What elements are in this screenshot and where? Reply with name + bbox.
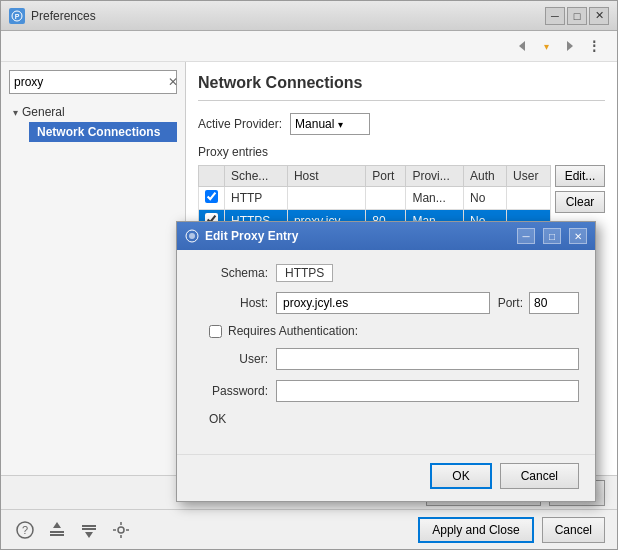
table-row[interactable]: HTTP Man... No xyxy=(199,187,551,210)
sidebar-general-label: General xyxy=(22,105,65,119)
port-input[interactable] xyxy=(529,292,579,314)
edit-proxy-dialog: Edit Proxy Entry ─ □ ✕ Schema: HTTPS Hos… xyxy=(176,221,596,502)
app-icon: P xyxy=(9,8,25,24)
proxy-entries-label: Proxy entries xyxy=(198,145,605,159)
main-window: P Preferences ─ □ ✕ ▾ ⋮ ✕ xyxy=(0,0,618,550)
schema-value: HTTPS xyxy=(276,264,333,282)
requires-auth-checkbox[interactable] xyxy=(209,325,222,338)
col-auth: Auth xyxy=(463,166,506,187)
window-title: Preferences xyxy=(31,9,539,23)
cancel-button[interactable]: Cancel xyxy=(542,517,605,543)
dropdown-button[interactable]: ▾ xyxy=(535,35,557,57)
table-header-row: Sche... Host Port Provi... Auth User xyxy=(199,166,551,187)
row1-user xyxy=(507,187,551,210)
forward-button[interactable] xyxy=(559,35,581,57)
col-provider: Provi... xyxy=(406,166,464,187)
tree-arrow-icon: ▾ xyxy=(13,107,18,118)
svg-point-13 xyxy=(118,527,124,533)
more-button[interactable]: ⋮ xyxy=(583,35,605,57)
svg-rect-8 xyxy=(50,534,64,536)
sidebar-item-general[interactable]: ▾ General xyxy=(9,102,177,122)
toolbar: ▾ ⋮ xyxy=(1,31,617,62)
dialog-buttons: OK Cancel xyxy=(177,454,595,501)
active-provider-value: Manual xyxy=(295,117,334,131)
host-row: Host: Port: xyxy=(193,292,579,314)
host-input[interactable] xyxy=(276,292,490,314)
requires-auth-row: Requires Authentication: xyxy=(209,324,579,338)
apply-close-button[interactable]: Apply and Close xyxy=(418,517,533,543)
dialog-title-bar: Edit Proxy Entry ─ □ ✕ xyxy=(177,222,595,250)
row1-provider: Man... xyxy=(406,187,464,210)
svg-marker-12 xyxy=(85,532,93,538)
title-bar: P Preferences ─ □ ✕ xyxy=(1,1,617,31)
port-group: Port: xyxy=(498,292,579,314)
user-input[interactable] xyxy=(276,348,579,370)
col-port: Port xyxy=(366,166,406,187)
preferences-icon-button[interactable] xyxy=(109,518,133,542)
search-input[interactable] xyxy=(10,73,168,91)
svg-marker-4 xyxy=(567,41,573,51)
import-button[interactable] xyxy=(45,518,69,542)
svg-rect-7 xyxy=(50,531,64,533)
close-button[interactable]: ✕ xyxy=(589,7,609,25)
row1-host xyxy=(287,187,365,210)
col-check xyxy=(199,166,225,187)
col-scheme: Sche... xyxy=(225,166,288,187)
dialog-title: Edit Proxy Entry xyxy=(205,229,509,243)
row1-check[interactable] xyxy=(199,187,225,210)
clear-button[interactable]: Clear xyxy=(555,191,605,213)
password-label: Password: xyxy=(193,384,268,398)
schema-row: Schema: HTTPS xyxy=(193,264,579,282)
table-buttons: Edit... Clear xyxy=(555,165,605,213)
tree-child-group: Network Connections xyxy=(9,122,177,142)
schema-label: Schema: xyxy=(193,266,268,280)
host-label: Host: xyxy=(193,296,268,310)
panel-title: Network Connections xyxy=(198,74,605,101)
password-row: Password: xyxy=(193,380,579,402)
svg-marker-9 xyxy=(53,522,61,528)
bottom-left-icons: ? xyxy=(13,518,133,542)
dialog-content: Schema: HTTPS Host: Port: Requires Authe… xyxy=(177,250,595,454)
active-provider-select[interactable]: Manual ▾ xyxy=(290,113,370,135)
back-button[interactable] xyxy=(511,35,533,57)
user-row: User: xyxy=(193,348,579,370)
maximize-button[interactable]: □ xyxy=(567,7,587,25)
window-controls: ─ □ ✕ xyxy=(545,7,609,25)
svg-text:?: ? xyxy=(22,524,28,536)
svg-marker-2 xyxy=(519,41,525,51)
bottom-bar: ? Apply and Close Cancel xyxy=(1,509,617,549)
dialog-icon xyxy=(185,229,199,243)
dialog-minimize-button[interactable]: ─ xyxy=(517,228,535,244)
dialog-ok-button[interactable]: OK xyxy=(430,463,491,489)
active-provider-label: Active Provider: xyxy=(198,117,282,131)
combo-arrow-icon: ▾ xyxy=(338,119,343,130)
search-clear-button[interactable]: ✕ xyxy=(168,73,178,91)
sidebar-item-network[interactable]: Network Connections xyxy=(29,122,177,142)
search-box: ✕ xyxy=(9,70,177,94)
svg-text:P: P xyxy=(15,13,20,20)
user-label: User: xyxy=(193,352,268,366)
port-label: Port: xyxy=(498,296,523,310)
col-user: User xyxy=(507,166,551,187)
dialog-close-button[interactable]: ✕ xyxy=(569,228,587,244)
svg-point-19 xyxy=(189,233,195,239)
dialog-maximize-button[interactable]: □ xyxy=(543,228,561,244)
ok-status: OK xyxy=(209,412,579,426)
sidebar: ✕ ▾ General Network Connections xyxy=(1,62,186,542)
export-button[interactable] xyxy=(77,518,101,542)
password-input[interactable] xyxy=(276,380,579,402)
active-provider-row: Active Provider: Manual ▾ xyxy=(198,113,605,135)
dialog-cancel-button[interactable]: Cancel xyxy=(500,463,579,489)
minimize-button[interactable]: ─ xyxy=(545,7,565,25)
requires-auth-label: Requires Authentication: xyxy=(228,324,358,338)
help-button[interactable]: ? xyxy=(13,518,37,542)
svg-rect-11 xyxy=(82,528,96,530)
row1-auth: No xyxy=(463,187,506,210)
row1-port xyxy=(366,187,406,210)
row1-scheme: HTTP xyxy=(225,187,288,210)
sidebar-network-label: Network Connections xyxy=(37,125,160,139)
edit-button[interactable]: Edit... xyxy=(555,165,605,187)
col-host: Host xyxy=(287,166,365,187)
svg-rect-10 xyxy=(82,525,96,527)
